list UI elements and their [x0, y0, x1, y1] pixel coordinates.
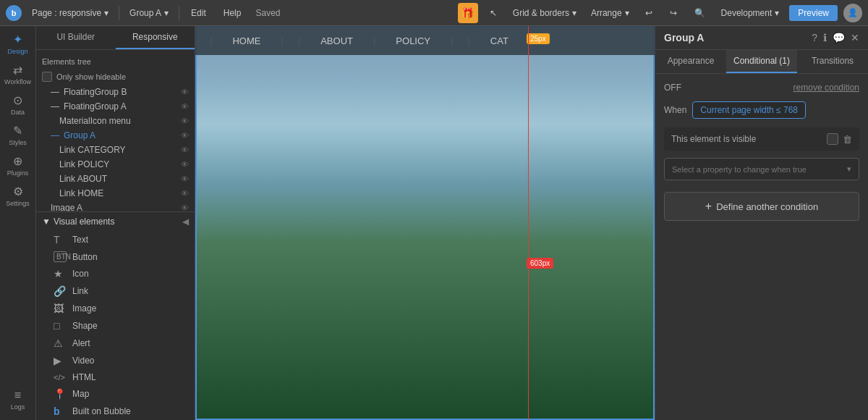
tree-item-group-a[interactable]: — Group A 👁 — [36, 128, 195, 143]
vis-map-label: Map — [72, 389, 89, 399]
dash-icon2: — — [51, 101, 59, 112]
tab-ui-builder[interactable]: UI Builder — [36, 26, 116, 49]
help-menu[interactable]: Help — [218, 7, 247, 20]
tab-conditional[interactable]: Conditional (1) — [726, 50, 797, 73]
group-label: Group A — [129, 8, 161, 18]
edit-menu[interactable]: Edit — [185, 7, 212, 20]
gift-button[interactable]: 🎁 — [458, 3, 478, 23]
tree-item-link-about[interactable]: Link ABOUT 👁 — [36, 172, 195, 186]
tab-responsive[interactable]: Responsive — [116, 26, 195, 49]
visual-elements-section: ▼ Visual elements ◀ T Text BTN Button ★ … — [36, 211, 195, 420]
sidebar-item-workflow[interactable]: ⇄ Workflow — [4, 59, 33, 88]
tab-appearance[interactable]: Appearance — [655, 50, 726, 73]
hideable-checkbox[interactable] — [42, 72, 52, 82]
remove-condition-link[interactable]: remove condition — [793, 83, 859, 93]
html-icon: </> — [54, 373, 67, 382]
settings-icon: ⚙ — [13, 185, 23, 198]
tree-item-floating-a[interactable]: — FloatingGroup A 👁 — [36, 99, 195, 114]
page-selector[interactable]: Page : responsive ▾ — [27, 7, 113, 20]
sidebar-item-settings[interactable]: ⚙ Settings — [4, 181, 33, 210]
arrange-menu[interactable]: Arrange ▾ — [587, 7, 634, 20]
visibility-controls: 🗑 — [827, 133, 852, 145]
add-condition-button[interactable]: + Define another condition — [664, 192, 859, 221]
delete-condition-icon[interactable]: 🗑 — [843, 134, 852, 145]
preview-button[interactable]: Preview — [789, 5, 838, 21]
eye-icon-group-a[interactable]: 👁 — [181, 131, 189, 140]
vis-item-image[interactable]: 🖼 Image — [36, 300, 195, 317]
materialicon-label: MaterialIcon menu — [59, 116, 131, 126]
vis-item-link[interactable]: 🔗 Link — [36, 282, 195, 300]
grid-borders-menu[interactable]: Grid & borders ▾ — [509, 7, 581, 20]
condition-off-row: OFF remove condition — [664, 83, 859, 93]
tree-header: Elements tree — [36, 54, 195, 69]
vis-item-alert[interactable]: ⚠ Alert — [36, 335, 195, 352]
search-button[interactable]: 🔍 — [689, 7, 711, 20]
link-about-label: Link ABOUT — [59, 174, 107, 184]
eye-icon-link-home[interactable]: 👁 — [181, 189, 189, 198]
condition-pill[interactable]: Current page width ≤ 768 — [692, 101, 806, 119]
link-category-label: Link CATEGORY — [59, 145, 126, 155]
logs-icon: ≡ — [14, 389, 21, 402]
tree-item-link-category[interactable]: Link CATEGORY 👁 — [36, 143, 195, 157]
close-icon[interactable]: ✕ — [851, 32, 859, 43]
dev-arrow-icon: ▾ — [775, 8, 779, 18]
nav-bar: | HOME | | ABOUT | POLICY | | CAT — [195, 26, 655, 55]
tree-item-link-policy[interactable]: Link POLICY 👁 — [36, 157, 195, 172]
only-show-hideable-row[interactable]: Only show hideable — [36, 69, 195, 85]
cursor-tool[interactable]: ↖ — [484, 7, 503, 20]
chat-icon[interactable]: 💬 — [833, 32, 845, 43]
development-menu[interactable]: Development ▾ — [717, 7, 784, 20]
sidebar-item-plugins[interactable]: ⊕ Plugins — [4, 151, 33, 180]
link-icon: 🔗 — [54, 285, 67, 297]
add-condition-label: Define another condition — [716, 201, 818, 212]
vis-item-icon[interactable]: ★ Icon — [36, 265, 195, 282]
dash-icon: — — [51, 87, 59, 97]
sidebar-item-logs[interactable]: ≡ Logs — [4, 385, 33, 414]
tree-item-image-a[interactable]: Image A 👁 — [36, 201, 195, 211]
group-selector[interactable]: Group A ▾ — [125, 7, 173, 20]
eye-icon-link-policy[interactable]: 👁 — [181, 160, 189, 169]
vis-item-bubble[interactable]: b Built on Bubble — [36, 403, 195, 420]
eye-icon-link-about[interactable]: 👁 — [181, 175, 189, 183]
eye-icon-link-cat[interactable]: 👁 — [181, 146, 189, 154]
off-label: OFF — [664, 83, 681, 93]
nav-home[interactable]: HOME — [226, 35, 266, 46]
sidebar-item-styles[interactable]: ✎ Styles — [4, 120, 33, 149]
settings-label: Settings — [6, 200, 30, 207]
vis-item-text[interactable]: T Text — [36, 231, 195, 248]
eye-icon-image-a[interactable]: 👁 — [181, 203, 189, 211]
red-vertical-line — [528, 26, 529, 420]
grid-label: Grid & borders — [513, 8, 569, 18]
vis-text-label: Text — [72, 235, 88, 245]
eye-icon-floating-b[interactable]: 👁 — [181, 88, 189, 96]
collapse-icon[interactable]: ◀ — [182, 217, 189, 227]
redo-button[interactable]: ↪ — [664, 7, 683, 20]
vis-item-video[interactable]: ▶ Video — [36, 352, 195, 369]
eye-icon-floating-a[interactable]: 👁 — [181, 102, 189, 111]
sidebar-item-design[interactable]: ✦ Design — [4, 29, 33, 58]
vis-item-shape[interactable]: □ Shape — [36, 317, 195, 335]
map-icon: 📍 — [54, 388, 67, 400]
tree-item-floating-b[interactable]: — FloatingGroup B 👁 — [36, 85, 195, 99]
sidebar-item-data[interactable]: ⊙ Data — [4, 90, 33, 119]
tree-item-link-home[interactable]: Link HOME 👁 — [36, 186, 195, 201]
vis-item-html[interactable]: </> HTML — [36, 369, 195, 385]
visual-elements-header[interactable]: ▼ Visual elements ◀ — [36, 212, 195, 231]
help-icon[interactable]: ? — [812, 32, 817, 43]
avatar[interactable]: 👤 — [843, 4, 862, 22]
eye-icon-material[interactable]: 👁 — [181, 117, 189, 125]
nav-cat[interactable]: CAT — [485, 35, 514, 46]
nav-about[interactable]: ABOUT — [315, 35, 359, 46]
vis-item-button[interactable]: BTN Button — [36, 248, 195, 265]
nav-policy[interactable]: POLICY — [390, 35, 436, 46]
info-icon[interactable]: ℹ — [823, 32, 827, 43]
tree-item-materialicon[interactable]: MaterialIcon menu 👁 — [36, 114, 195, 128]
vis-item-map[interactable]: 📍 Map — [36, 385, 195, 403]
nav-sep1: | — [210, 35, 212, 46]
visibility-checkbox[interactable] — [827, 133, 838, 145]
plugins-icon: ⊕ — [13, 154, 22, 168]
tab-transitions[interactable]: Transitions — [797, 50, 868, 73]
undo-button[interactable]: ↩ — [639, 7, 658, 20]
page-label: Page : responsive — [32, 8, 101, 18]
property-select[interactable]: Select a property to change when true ▾ — [664, 158, 859, 180]
